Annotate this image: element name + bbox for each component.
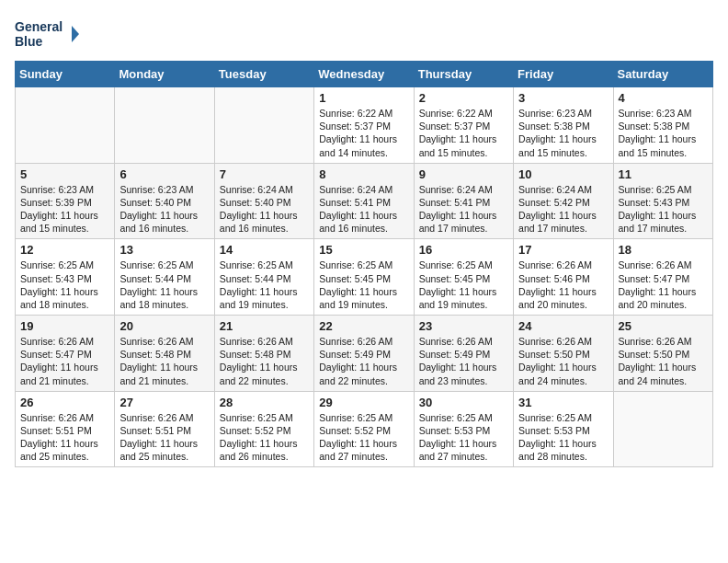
sunset-time: Sunset: 5:40 PM <box>220 197 291 208</box>
day-number: 19 <box>20 319 109 333</box>
daylight-hours: Daylight: 11 hours and 17 minutes. <box>518 210 597 234</box>
sunset-time: Sunset: 5:50 PM <box>518 349 590 360</box>
day-info: Sunrise: 6:26 AM Sunset: 5:50 PM Dayligh… <box>619 335 708 387</box>
day-number: 4 <box>619 91 708 105</box>
calendar-day-cell: 5 Sunrise: 6:23 AM Sunset: 5:39 PM Dayli… <box>16 163 115 239</box>
weekday-header-cell: Saturday <box>613 62 712 87</box>
daylight-hours: Daylight: 11 hours and 28 minutes. <box>518 438 597 462</box>
daylight-hours: Daylight: 11 hours and 23 minutes. <box>419 362 497 385</box>
daylight-hours: Daylight: 11 hours and 25 minutes. <box>119 438 198 462</box>
day-number: 20 <box>119 319 209 333</box>
day-info: Sunrise: 6:25 AM Sunset: 5:45 PM Dayligh… <box>319 259 408 311</box>
calendar-day-cell: 13 Sunrise: 6:25 AM Sunset: 5:44 PM Dayl… <box>115 239 214 316</box>
calendar-day-cell: 25 Sunrise: 6:26 AM Sunset: 5:50 PM Dayl… <box>613 316 712 392</box>
sunrise-time: Sunrise: 6:26 AM <box>619 259 692 270</box>
day-number: 12 <box>20 243 109 257</box>
calendar-day-cell: 28 Sunrise: 6:25 AM Sunset: 5:52 PM Dayl… <box>214 391 313 467</box>
calendar-day-cell: 11 Sunrise: 6:25 AM Sunset: 5:43 PM Dayl… <box>613 163 712 239</box>
sunrise-time: Sunrise: 6:26 AM <box>419 336 493 347</box>
sunset-time: Sunset: 5:45 PM <box>419 273 491 284</box>
calendar-day-cell: 27 Sunrise: 6:26 AM Sunset: 5:51 PM Dayl… <box>115 391 214 467</box>
calendar-day-cell: 19 Sunrise: 6:26 AM Sunset: 5:47 PM Dayl… <box>16 316 115 392</box>
sunset-time: Sunset: 5:44 PM <box>119 273 191 284</box>
calendar-day-cell: 20 Sunrise: 6:26 AM Sunset: 5:48 PM Dayl… <box>115 316 214 392</box>
sunset-time: Sunset: 5:47 PM <box>619 273 690 284</box>
sunset-time: Sunset: 5:38 PM <box>518 121 590 132</box>
sunset-time: Sunset: 5:43 PM <box>20 273 92 284</box>
sunset-time: Sunset: 5:39 PM <box>20 197 92 208</box>
day-info: Sunrise: 6:25 AM Sunset: 5:44 PM Dayligh… <box>119 259 209 311</box>
daylight-hours: Daylight: 11 hours and 15 minutes. <box>619 133 697 157</box>
day-info: Sunrise: 6:26 AM Sunset: 5:48 PM Dayligh… <box>119 335 209 387</box>
svg-marker-2 <box>72 26 79 42</box>
day-info: Sunrise: 6:24 AM Sunset: 5:42 PM Dayligh… <box>518 183 608 236</box>
sunrise-time: Sunrise: 6:22 AM <box>319 108 392 119</box>
calendar-day-cell <box>613 391 712 467</box>
sunrise-time: Sunrise: 6:26 AM <box>319 336 392 347</box>
weekday-header-cell: Wednesday <box>314 62 414 87</box>
sunset-time: Sunset: 5:52 PM <box>319 425 391 436</box>
weekday-header-cell: Thursday <box>414 62 513 87</box>
day-number: 9 <box>419 167 508 181</box>
day-number: 10 <box>518 167 608 181</box>
sunset-time: Sunset: 5:38 PM <box>619 121 690 132</box>
calendar-day-cell: 18 Sunrise: 6:26 AM Sunset: 5:47 PM Dayl… <box>613 239 712 316</box>
daylight-hours: Daylight: 11 hours and 15 minutes. <box>419 133 497 157</box>
day-info: Sunrise: 6:26 AM Sunset: 5:49 PM Dayligh… <box>419 335 508 387</box>
calendar-day-cell: 7 Sunrise: 6:24 AM Sunset: 5:40 PM Dayli… <box>214 163 313 239</box>
calendar-day-cell: 2 Sunrise: 6:22 AM Sunset: 5:37 PM Dayli… <box>414 87 513 164</box>
day-number: 16 <box>419 243 508 257</box>
sunrise-time: Sunrise: 6:26 AM <box>518 336 592 347</box>
calendar-day-cell: 10 Sunrise: 6:24 AM Sunset: 5:42 PM Dayl… <box>514 163 613 239</box>
day-number: 22 <box>319 319 408 333</box>
calendar-day-cell: 24 Sunrise: 6:26 AM Sunset: 5:50 PM Dayl… <box>514 316 613 392</box>
calendar-day-cell: 31 Sunrise: 6:25 AM Sunset: 5:53 PM Dayl… <box>514 391 613 467</box>
daylight-hours: Daylight: 11 hours and 26 minutes. <box>220 438 298 462</box>
daylight-hours: Daylight: 11 hours and 16 minutes. <box>119 210 198 234</box>
sunset-time: Sunset: 5:51 PM <box>20 425 92 436</box>
day-info: Sunrise: 6:22 AM Sunset: 5:37 PM Dayligh… <box>319 107 408 159</box>
daylight-hours: Daylight: 11 hours and 20 minutes. <box>518 286 597 310</box>
calendar-week-row: 19 Sunrise: 6:26 AM Sunset: 5:47 PM Dayl… <box>16 316 713 392</box>
day-info: Sunrise: 6:23 AM Sunset: 5:38 PM Dayligh… <box>518 107 608 159</box>
day-number: 11 <box>619 167 708 181</box>
day-info: Sunrise: 6:26 AM Sunset: 5:46 PM Dayligh… <box>518 259 608 311</box>
sunset-time: Sunset: 5:45 PM <box>319 273 391 284</box>
sunrise-time: Sunrise: 6:26 AM <box>119 412 193 423</box>
sunset-time: Sunset: 5:41 PM <box>319 197 391 208</box>
calendar-day-cell <box>16 87 115 164</box>
svg-text:General: General <box>15 19 63 34</box>
day-info: Sunrise: 6:23 AM Sunset: 5:39 PM Dayligh… <box>20 183 109 236</box>
day-number: 30 <box>419 396 508 409</box>
daylight-hours: Daylight: 11 hours and 15 minutes. <box>20 210 98 234</box>
logo-svg: General Blue <box>15 15 79 53</box>
calendar-day-cell: 29 Sunrise: 6:25 AM Sunset: 5:52 PM Dayl… <box>314 391 414 467</box>
sunset-time: Sunset: 5:51 PM <box>119 425 191 436</box>
sunrise-time: Sunrise: 6:25 AM <box>220 259 293 270</box>
day-number: 21 <box>220 319 309 333</box>
day-info: Sunrise: 6:26 AM Sunset: 5:48 PM Dayligh… <box>220 335 309 387</box>
page-header: General Blue <box>15 15 713 53</box>
day-number: 24 <box>518 319 608 333</box>
day-number: 23 <box>419 319 508 333</box>
daylight-hours: Daylight: 11 hours and 19 minutes. <box>319 286 397 310</box>
sunset-time: Sunset: 5:43 PM <box>619 197 690 208</box>
sunrise-time: Sunrise: 6:26 AM <box>20 412 94 423</box>
day-number: 1 <box>319 91 408 105</box>
sunrise-time: Sunrise: 6:24 AM <box>419 184 493 195</box>
daylight-hours: Daylight: 11 hours and 21 minutes. <box>20 362 98 385</box>
sunset-time: Sunset: 5:42 PM <box>518 197 590 208</box>
day-number: 28 <box>220 396 309 409</box>
sunrise-time: Sunrise: 6:25 AM <box>319 259 392 270</box>
sunrise-time: Sunrise: 6:24 AM <box>220 184 293 195</box>
sunset-time: Sunset: 5:50 PM <box>619 349 690 360</box>
sunrise-time: Sunrise: 6:26 AM <box>119 336 193 347</box>
day-number: 6 <box>119 167 209 181</box>
sunset-time: Sunset: 5:37 PM <box>419 121 491 132</box>
sunset-time: Sunset: 5:48 PM <box>220 349 291 360</box>
day-info: Sunrise: 6:24 AM Sunset: 5:40 PM Dayligh… <box>220 183 309 236</box>
sunrise-time: Sunrise: 6:25 AM <box>419 412 493 423</box>
sunset-time: Sunset: 5:37 PM <box>319 121 391 132</box>
day-number: 14 <box>220 243 309 257</box>
day-number: 3 <box>518 91 608 105</box>
